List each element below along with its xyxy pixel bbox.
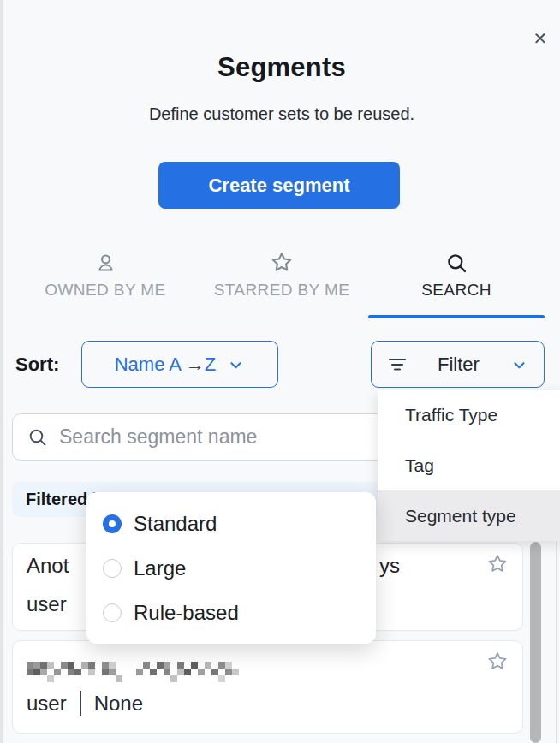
- radio-option-rule-based[interactable]: Rule-based: [86, 591, 376, 635]
- star-icon: [270, 250, 294, 276]
- close-icon: ✕: [533, 28, 548, 49]
- chevron-down-icon: [509, 355, 528, 374]
- segments-modal-screen: ✕ Segments Define customer sets to be re…: [0, 0, 560, 743]
- chevron-down-icon: [226, 355, 245, 374]
- radio-label: Large: [134, 556, 186, 580]
- close-button[interactable]: ✕: [527, 26, 553, 51]
- segment-meta-owner: user: [27, 692, 67, 716]
- radio-unselected-icon: [103, 559, 122, 578]
- segment-type-popup: Standard Large Rule-based: [86, 492, 376, 644]
- menu-item-traffic-type[interactable]: Traffic Type: [378, 390, 560, 441]
- segment-meta: user None: [27, 691, 143, 716]
- segment-list-item[interactable]: user None: [12, 640, 523, 734]
- radio-label: Standard: [134, 512, 217, 536]
- segment-meta-tag: None: [94, 692, 143, 716]
- redacted-segment-title: [27, 660, 249, 684]
- sort-dropdown[interactable]: Name A →Z: [81, 341, 278, 388]
- search-icon: [445, 250, 468, 276]
- active-tab-underline: [368, 315, 545, 318]
- tab-owned-by-me[interactable]: OWNED BY ME: [17, 250, 194, 300]
- scrollbar-thumb[interactable]: [530, 542, 541, 743]
- segments-modal: ✕ Segments Define customer sets to be re…: [3, 0, 560, 743]
- filter-lines-icon: [387, 354, 408, 375]
- tab-starred-by-me[interactable]: STARRED BY ME: [194, 250, 370, 300]
- tab-starred-label: STARRED BY ME: [214, 281, 350, 300]
- radio-option-large[interactable]: Large: [86, 546, 376, 591]
- tab-search[interactable]: SEARCH: [368, 250, 545, 300]
- segment-search-input[interactable]: [59, 425, 402, 449]
- star-icon[interactable]: [486, 553, 509, 575]
- segment-title-fragment-start: Anot: [27, 554, 69, 578]
- tab-owned-label: OWNED BY ME: [45, 281, 165, 300]
- tab-search-label: SEARCH: [421, 281, 491, 300]
- scrollbar-track-line: [556, 542, 557, 743]
- filter-button[interactable]: Filter: [371, 341, 545, 388]
- person-icon: [94, 250, 117, 276]
- sort-arrow: →: [186, 354, 205, 375]
- sort-value: Name A →Z: [115, 354, 217, 376]
- radio-label: Rule-based: [134, 601, 239, 625]
- segment-meta: user: [27, 592, 67, 616]
- meta-divider: [80, 691, 81, 716]
- search-icon: [27, 427, 48, 448]
- menu-item-tag[interactable]: Tag: [378, 441, 560, 491]
- page-subtitle: Define customer sets to be reused.: [3, 104, 560, 124]
- create-segment-button[interactable]: Create segment: [158, 162, 400, 209]
- radio-option-standard[interactable]: Standard: [86, 502, 376, 546]
- sort-label: Sort:: [15, 354, 59, 376]
- filter-dropdown-menu: Traffic Type Tag Segment type: [378, 390, 560, 541]
- radio-selected-icon: [103, 514, 122, 533]
- menu-item-segment-type[interactable]: Segment type: [378, 490, 560, 541]
- segment-title-fragment-end: ys: [379, 554, 400, 578]
- star-icon[interactable]: [486, 651, 509, 673]
- filter-label: Filter: [438, 354, 480, 376]
- page-title: Segments: [3, 52, 560, 83]
- radio-unselected-icon: [103, 603, 122, 622]
